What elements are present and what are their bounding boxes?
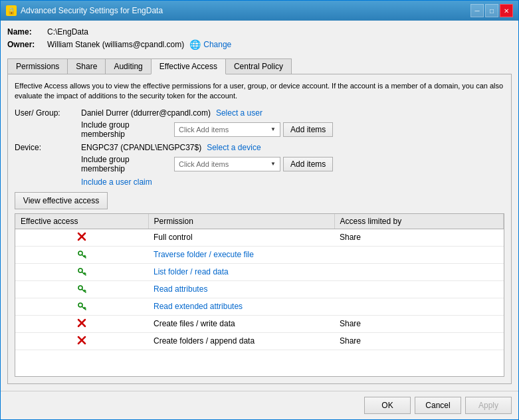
limited-by-cell [334,246,504,263]
access-icon-cell [15,280,148,298]
limited-by-cell: Share [334,315,504,332]
table-row: Full controlShare [15,229,504,246]
limited-by-cell: Share [334,229,504,246]
name-row: Name: C:\EngData [7,27,512,37]
device-add-items-button[interactable]: Add items [283,157,333,171]
allowed-icon [76,269,87,278]
user-include-row: Include group membership Click Add items… [81,120,504,139]
select-user-link[interactable]: Select a user [216,108,262,118]
apply-button[interactable]: Apply [465,397,512,414]
device-label: Device: [15,143,81,152]
access-icon-cell [15,315,148,332]
effective-access-table-container: Effective access Permission Access limit… [15,213,504,377]
permission-cell: Full control [148,229,334,246]
limited-by-cell [334,280,504,298]
allowed-icon [76,304,87,313]
user-dropdown-arrow: ▼ [270,126,276,132]
user-dropdown-text: Click Add items [179,126,229,134]
view-effective-access-button[interactable]: View effective access [15,192,108,209]
table-header: Effective access Permission Access limit… [15,214,504,229]
svg-line-13 [85,290,86,291]
change-owner-link[interactable]: Change [203,40,231,49]
svg-line-5 [85,255,86,257]
minimize-button[interactable]: ─ [470,4,484,17]
user-group-dropdown[interactable]: Click Add items ▼ [174,122,280,137]
table-header-row: Effective access Permission Access limit… [15,214,504,229]
permission-cell: Create folders / append data [148,332,334,350]
titlebar: 🔒 Advanced Security Settings for EngData… [1,1,518,21]
tab-share[interactable]: Share [67,58,106,74]
svg-line-17 [85,307,86,308]
user-add-items-button[interactable]: Add items [283,122,333,137]
tab-content: Effective Access allows you to view the … [7,74,512,384]
cancel-button[interactable]: Cancel [415,397,461,414]
ok-button[interactable]: OK [364,397,411,414]
tab-bar: Permissions Share Auditing Effective Acc… [7,58,512,74]
device-group-dropdown[interactable]: Click Add items ▼ [174,157,280,171]
effective-access-table: Effective access Permission Access limit… [15,214,504,350]
denied-icon [76,321,87,330]
maximize-button[interactable]: □ [485,4,498,17]
tab-central-policy[interactable]: Central Policy [225,58,292,74]
col-access-limited-by: Access limited by [334,214,504,229]
device-row: Device: ENGPC37 (CPANDL\ENGPC37$) Select… [15,143,504,152]
owner-label: Owner: [7,40,47,49]
access-icon-cell [15,246,148,263]
user-group-label: User/ Group: [15,108,81,118]
table-row: Read attributes [15,280,504,298]
table-body: Full controlShare Traverse folder / exec… [15,229,504,350]
limited-by-cell: Share [334,332,504,350]
window-title: Advanced Security Settings for EngData [21,6,163,15]
limited-by-cell [334,298,504,315]
name-label: Name: [7,27,47,37]
device-dropdown-arrow: ▼ [270,161,276,167]
permission-cell: Traverse folder / execute file [148,246,334,263]
col-effective-access: Effective access [15,214,148,229]
allowed-icon [76,252,87,261]
name-value: C:\EngData [47,27,88,37]
close-button[interactable]: ✕ [500,4,513,17]
col-permission: Permission [148,214,334,229]
denied-icon [76,235,87,244]
titlebar-buttons: ─ □ ✕ [470,4,513,17]
user-include-label: Include group membership [81,120,174,139]
permission-cell: List folder / read data [148,263,334,280]
permission-cell: Read attributes [148,280,334,298]
table-row: Traverse folder / execute file [15,246,504,263]
permission-cell: Create files / write data [148,315,334,332]
select-device-link[interactable]: Select a device [207,143,260,152]
table-row: List folder / read data [15,263,504,280]
access-icon-cell [15,332,148,350]
tab-effective-access[interactable]: Effective Access [151,58,226,74]
table-row: Read extended attributes [15,298,504,315]
user-group-row: User/ Group: Daniel Durrer (ddurrer@cpan… [15,108,504,118]
owner-value: William Stanek (williams@cpandl.com) [47,40,184,49]
device-include-row: Include group membership Click Add items… [81,155,504,173]
app-icon: 🔒 [6,5,17,16]
access-icon-cell [15,229,148,246]
table-row: Create folders / append dataShare [15,332,504,350]
limited-by-cell [334,263,504,280]
device-dropdown-text: Click Add items [179,160,229,168]
permission-cell: Read extended attributes [148,298,334,315]
include-claim-row: Include a user claim [81,177,504,187]
bottom-bar: OK Cancel Apply [1,391,518,419]
owner-row: Owner: William Stanek (williams@cpandl.c… [7,39,512,50]
globe-icon: 🌐 [189,39,201,50]
denied-icon [76,338,87,348]
tab-auditing[interactable]: Auditing [105,58,151,74]
svg-line-9 [85,272,86,274]
user-group-value: Daniel Durrer (ddurrer@cpandl.com) [81,108,211,118]
allowed-icon [76,286,87,296]
device-include-label: Include group membership [81,155,174,173]
tab-description: Effective Access allows you to view the … [15,81,504,102]
device-value: ENGPC37 (CPANDL\ENGPC37$) [81,143,201,152]
include-user-claim-link[interactable]: Include a user claim [81,177,152,187]
tab-permissions[interactable]: Permissions [7,58,68,74]
window-content: Name: C:\EngData Owner: William Stanek (… [1,21,518,391]
main-window: 🔒 Advanced Security Settings for EngData… [0,0,519,420]
access-icon-cell [15,263,148,280]
table-row: Create files / write dataShare [15,315,504,332]
access-icon-cell [15,298,148,315]
